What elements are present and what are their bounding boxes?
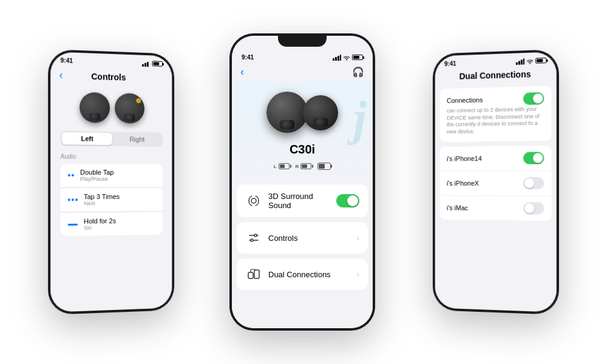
svg-point-7 xyxy=(251,198,256,203)
svg-rect-6 xyxy=(340,55,341,61)
earbuds-hero xyxy=(232,82,373,138)
connections-toggle-row: Connections xyxy=(447,92,544,107)
time-left: 9:41 xyxy=(61,57,73,64)
surround-sound-label: 3D Surround Sound xyxy=(268,192,330,210)
tab-right[interactable]: Right xyxy=(112,133,161,146)
feature-controls[interactable]: Controls › xyxy=(237,222,368,254)
earbud-left xyxy=(80,92,110,123)
device-name-0: i's iPhone14 xyxy=(447,155,482,162)
control-sub-3: Siri xyxy=(84,224,116,231)
battery-right: R xyxy=(296,163,312,169)
battery-icon-left xyxy=(152,61,163,66)
connections-toggle[interactable] xyxy=(523,92,544,105)
control-sub-1: Play/Pause xyxy=(80,176,114,182)
status-icons-right xyxy=(516,57,547,64)
status-icons-left xyxy=(142,60,163,67)
control-hold[interactable]: Hold for 2s Siri xyxy=(61,212,163,236)
svg-rect-13 xyxy=(518,61,520,64)
battery-r-label: R xyxy=(296,164,299,169)
feature-surround-sound[interactable]: 3D Surround Sound xyxy=(237,184,368,217)
device-row-2: i's iMac xyxy=(447,201,544,214)
battery-l-label: L xyxy=(274,164,277,169)
controls-icon xyxy=(245,229,262,246)
battery-case xyxy=(317,163,331,170)
battery-case-icon xyxy=(317,163,331,170)
earbud-hero-right xyxy=(303,95,338,130)
center-screen: 9:41 xyxy=(232,36,373,328)
device-toggle-1[interactable] xyxy=(523,177,544,189)
control-tap3[interactable]: Tap 3 Times Next xyxy=(61,188,163,212)
device-item-1[interactable]: i's iPhoneX xyxy=(439,170,551,196)
signal-icon-center xyxy=(333,55,341,61)
feature-list: 3D Surround Sound xyxy=(232,180,373,300)
dots3-icon xyxy=(68,198,78,201)
earbud-hero-left xyxy=(266,92,308,133)
dual-connections-label: Dual Connections xyxy=(268,270,350,279)
device-toggle-0[interactable] xyxy=(523,152,544,164)
status-icons-center xyxy=(333,55,363,61)
feature-dual-connections[interactable]: Dual Connections › xyxy=(237,258,368,290)
device-item-2[interactable]: i's iMac xyxy=(439,195,551,220)
battery-row: L R xyxy=(232,163,373,170)
device-toggle-2[interactable] xyxy=(523,202,544,214)
surround-sound-toggle[interactable] xyxy=(336,194,359,207)
control-text-2: Tap 3 Times Next xyxy=(84,193,120,206)
right-list: Connections can connect up to 2 devices … xyxy=(435,82,557,229)
time-right: 9:41 xyxy=(444,60,456,67)
connections-section: Connections can connect up to 2 devices … xyxy=(439,86,551,141)
control-sub-2: Next xyxy=(84,200,120,206)
svg-point-8 xyxy=(254,234,257,237)
connections-toggle-item[interactable]: Connections can connect up to 2 devices … xyxy=(439,86,551,141)
time-center: 9:41 xyxy=(242,54,254,61)
connections-label: Connections xyxy=(447,96,483,104)
section-audio: Audio xyxy=(50,153,172,164)
phone-center: 9:41 xyxy=(229,33,375,331)
svg-rect-4 xyxy=(335,57,337,61)
battery-l-icon xyxy=(279,163,290,169)
control-title-1: Double Tap xyxy=(80,169,114,176)
control-title-2: Tap 3 Times xyxy=(84,193,120,200)
device-name-2: i's iMac xyxy=(447,204,468,211)
earbud-right xyxy=(115,93,144,124)
controls-label: Controls xyxy=(268,234,350,243)
device-name-1: i's iPhoneX xyxy=(447,180,479,187)
hero-section: j C30i L xyxy=(232,82,373,180)
control-items: Double Tap Play/Pause Tap 3 Times xyxy=(55,164,167,237)
svg-rect-1 xyxy=(144,62,146,66)
controls-chevron: › xyxy=(356,233,359,243)
page-title-left: Controls xyxy=(63,70,154,83)
right-screen: 9:41 xyxy=(435,52,557,312)
dash-icon xyxy=(68,223,78,225)
dual-connections-chevron: › xyxy=(356,269,359,279)
svg-rect-2 xyxy=(147,62,149,67)
device-item-0[interactable]: i's iPhone14 xyxy=(439,146,551,171)
svg-rect-3 xyxy=(333,58,334,61)
device-name: C30i xyxy=(232,143,373,157)
nav-bar-center: ‹ 🎧 xyxy=(232,63,373,82)
page-title-right: Dual Connections xyxy=(453,69,537,81)
svg-rect-14 xyxy=(521,59,523,64)
battery-icon-center xyxy=(352,55,363,60)
wifi-icon-center xyxy=(343,55,350,61)
tab-selector: Left Right xyxy=(61,131,163,147)
control-text-1: Double Tap Play/Pause xyxy=(80,169,114,182)
device-row-1: i's iPhoneX xyxy=(447,177,544,189)
back-button-center[interactable]: ‹ xyxy=(240,66,244,78)
control-text-3: Hold for 2s Siri xyxy=(84,217,116,231)
phone-right: 9:41 xyxy=(433,49,559,315)
signal-icon-right xyxy=(516,58,524,65)
devices-section: i's iPhone14 i's iPhoneX xyxy=(439,146,551,221)
svg-rect-12 xyxy=(516,62,518,64)
svg-rect-10 xyxy=(248,272,253,278)
notch xyxy=(278,36,327,47)
device-row-0: i's iPhone14 xyxy=(447,152,544,164)
tab-left[interactable]: Left xyxy=(62,132,112,145)
wifi-icon-right xyxy=(526,58,534,64)
dual-connections-icon xyxy=(245,266,262,283)
connections-desc: can connect up to 2 devices with your DE… xyxy=(447,106,544,136)
phone-left: 9:41 ‹ xyxy=(48,49,174,315)
control-double-tap[interactable]: Double Tap Play/Pause xyxy=(61,164,163,187)
battery-r-icon xyxy=(300,163,311,169)
control-title-3: Hold for 2s xyxy=(84,217,116,225)
dots2-icon xyxy=(68,174,74,177)
